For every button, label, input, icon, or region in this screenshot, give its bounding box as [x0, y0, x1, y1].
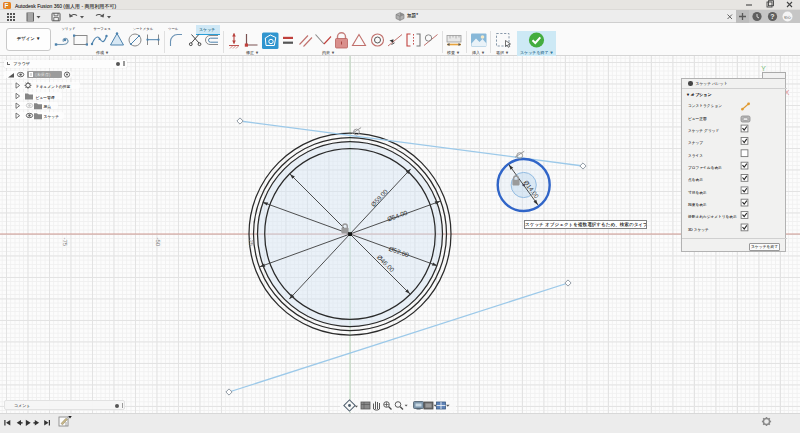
- svg-text:-75: -75: [62, 238, 68, 247]
- svg-text:-50: -50: [155, 238, 161, 247]
- svg-text:-25: -25: [248, 238, 254, 247]
- svg-text:?: ?: [770, 13, 774, 20]
- svg-text:初心: 初心: [783, 15, 792, 20]
